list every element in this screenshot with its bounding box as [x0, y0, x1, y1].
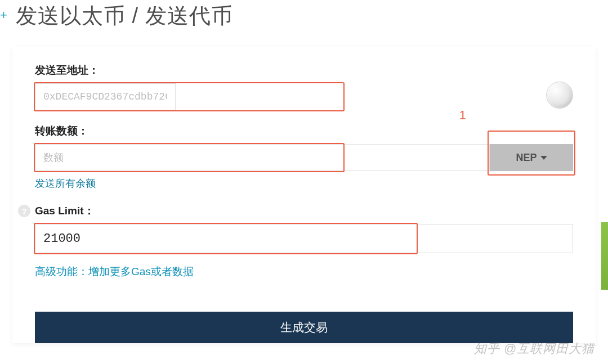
submit-label: 生成交易	[280, 321, 328, 334]
plus-icon: +	[0, 8, 8, 23]
send-form: 发送至地址： 1 转账数额： NEP 发送所有余额 ? G	[12, 47, 596, 343]
address-label: 发送至地址：	[35, 63, 573, 78]
watermark-text: 知乎 @互联网田大猫	[474, 340, 594, 357]
help-icon[interactable]: ?	[18, 205, 30, 217]
gas-field-group: ? Gas Limit： 高级功能：增加更多Gas或者数据	[35, 204, 573, 279]
side-accent	[601, 222, 608, 290]
send-all-link[interactable]: 发送所有余额	[35, 177, 96, 190]
identicon-icon	[546, 82, 573, 109]
annotation-highlight	[488, 131, 575, 176]
gas-limit-input[interactable]	[35, 224, 573, 253]
advanced-options-link[interactable]: 高级功能：增加更多Gas或者数据	[35, 264, 194, 279]
amount-field-group: 转账数额： NEP 发送所有余额	[35, 124, 573, 190]
generate-transaction-button[interactable]: 生成交易	[35, 312, 573, 343]
address-field-group: 发送至地址： 1	[35, 63, 573, 110]
page-title: + 发送以太币 / 发送代币	[0, 0, 608, 42]
currency-select[interactable]: NEP	[490, 144, 573, 171]
gas-label: Gas Limit：	[35, 204, 573, 218]
annotation-marker-1: 1	[459, 108, 466, 123]
address-input[interactable]	[35, 83, 176, 110]
amount-input[interactable]	[35, 144, 490, 171]
page-title-text: 发送以太币 / 发送代币	[16, 4, 233, 28]
